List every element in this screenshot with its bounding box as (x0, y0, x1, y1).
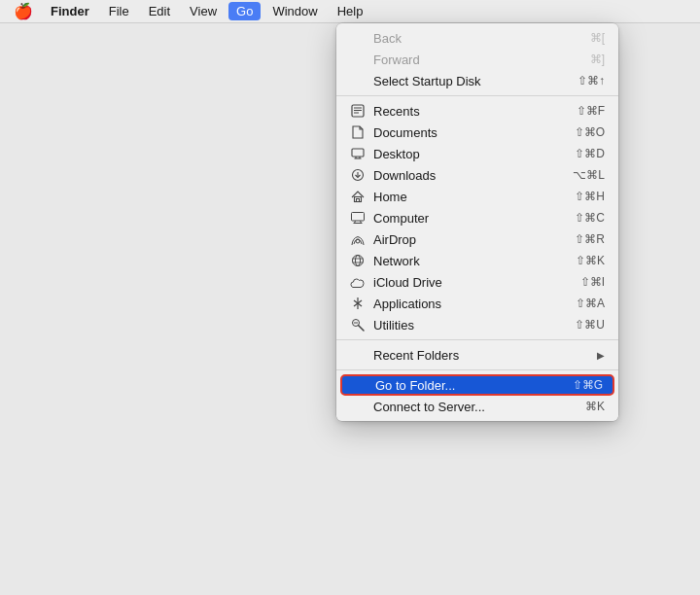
airdrop-shortcut: ⇧⌘R (575, 232, 605, 246)
applications-label: Applications (373, 297, 441, 311)
menu-item-network[interactable]: Network ⇧⌘K (336, 250, 618, 271)
home-icon (350, 189, 366, 204)
menu-item-home[interactable]: Home ⇧⌘H (336, 186, 618, 207)
recents-icon (350, 103, 366, 119)
connect-server-shortcut: ⌘K (585, 400, 605, 413)
edit-menu[interactable]: Edit (141, 2, 178, 20)
home-label: Home (373, 190, 407, 204)
documents-label: Documents (373, 125, 438, 140)
back-shortcut: ⌘[ (590, 31, 605, 45)
back-icon (350, 30, 366, 46)
icloud-icon (350, 274, 366, 290)
forward-icon (350, 52, 366, 67)
icloud-shortcut: ⇧⌘I (580, 275, 605, 289)
startup-label: Select Startup Disk (373, 74, 481, 88)
airdrop-label: AirDrop (373, 232, 416, 247)
menu-item-back[interactable]: Back ⌘[ (336, 27, 618, 49)
menu-item-utilities[interactable]: Utilities ⇧⌘U (336, 314, 618, 335)
network-label: Network (373, 254, 420, 268)
help-menu[interactable]: Help (330, 2, 371, 20)
go-to-folder-shortcut: ⇧⌘G (573, 378, 603, 392)
go-to-folder-icon (352, 377, 368, 393)
svg-rect-4 (352, 149, 364, 157)
utilities-label: Utilities (373, 318, 414, 332)
recents-shortcut: ⇧⌘F (577, 104, 605, 118)
airdrop-icon (350, 231, 366, 247)
svg-rect-11 (357, 199, 360, 202)
computer-icon (350, 210, 366, 226)
recents-label: Recents (373, 104, 420, 119)
finder-menu[interactable]: Finder (43, 2, 97, 20)
computer-shortcut: ⇧⌘C (575, 211, 605, 225)
computer-label: Computer (373, 211, 429, 226)
back-label: Back (373, 31, 402, 46)
window-menu[interactable]: Window (264, 2, 325, 20)
svg-point-17 (353, 256, 364, 266)
separator-2 (336, 339, 618, 340)
menu-item-applications[interactable]: Applications ⇧⌘A (336, 293, 618, 314)
menu-item-go-to-folder[interactable]: Go to Folder... ⇧⌘G (340, 374, 614, 396)
documents-icon (350, 124, 366, 140)
forward-label: Forward (373, 52, 420, 67)
view-menu[interactable]: View (182, 2, 225, 20)
separator-1 (336, 95, 618, 96)
applications-shortcut: ⇧⌘A (576, 297, 605, 310)
go-menu[interactable]: Go (228, 2, 261, 20)
apple-menu[interactable]: 🍎 (8, 0, 39, 22)
svg-point-18 (356, 256, 361, 266)
menu-item-forward[interactable]: Forward ⌘] (336, 49, 618, 70)
menu-item-documents[interactable]: Documents ⇧⌘O (336, 122, 618, 143)
recent-folders-arrow: ▶ (597, 350, 605, 361)
menubar: 🍎 Finder File Edit View Go Window Help (0, 0, 700, 23)
startup-shortcut: ⇧⌘↑ (578, 74, 605, 88)
go-to-folder-label: Go to Folder... (375, 378, 455, 393)
utilities-shortcut: ⇧⌘U (575, 318, 605, 332)
menu-item-icloud[interactable]: iCloud Drive ⇧⌘I (336, 271, 618, 293)
menu-item-recents[interactable]: Recents ⇧⌘F (336, 100, 618, 122)
desktop-label: Desktop (373, 147, 420, 161)
utilities-icon (350, 317, 366, 332)
startup-icon (350, 73, 366, 88)
network-shortcut: ⇧⌘K (576, 254, 605, 267)
menu-item-downloads[interactable]: Downloads ⌥⌘L (336, 164, 618, 186)
documents-shortcut: ⇧⌘O (575, 125, 605, 139)
file-menu[interactable]: File (101, 2, 137, 20)
downloads-label: Downloads (373, 168, 436, 183)
menu-item-connect-server[interactable]: Connect to Server... ⌘K (336, 396, 618, 417)
go-dropdown-menu: Back ⌘[ Forward ⌘] Select Startup Disk ⇧… (336, 23, 618, 421)
svg-rect-12 (352, 213, 365, 222)
menu-item-recent-folders[interactable]: Recent Folders ▶ (336, 344, 618, 366)
downloads-shortcut: ⌥⌘L (573, 168, 605, 182)
separator-3 (336, 369, 618, 370)
recent-folders-icon (350, 347, 366, 363)
menu-item-airdrop[interactable]: AirDrop ⇧⌘R (336, 228, 618, 250)
svg-line-25 (359, 326, 365, 332)
menu-item-startup[interactable]: Select Startup Disk ⇧⌘↑ (336, 70, 618, 91)
downloads-icon (350, 167, 366, 183)
home-shortcut: ⇧⌘H (575, 190, 605, 203)
connect-server-icon (350, 399, 366, 414)
menu-item-desktop[interactable]: Desktop ⇧⌘D (336, 143, 618, 164)
network-icon (350, 253, 366, 268)
recent-folders-label: Recent Folders (373, 348, 459, 363)
forward-shortcut: ⌘] (590, 52, 605, 66)
applications-icon (350, 296, 366, 311)
connect-server-label: Connect to Server... (373, 400, 485, 414)
icloud-label: iCloud Drive (373, 275, 442, 290)
menu-item-computer[interactable]: Computer ⇧⌘C (336, 207, 618, 228)
desktop-icon (350, 146, 366, 161)
desktop-shortcut: ⇧⌘D (575, 147, 605, 160)
